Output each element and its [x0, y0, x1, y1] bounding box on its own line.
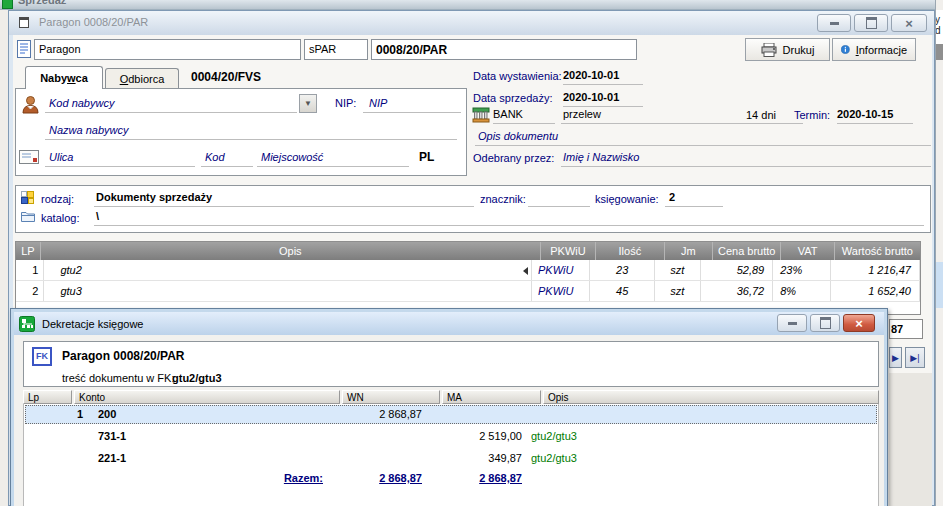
items-table: LP Opis PKWiU Ilość Jm Cena brutto VAT W…	[15, 241, 921, 315]
person-icon	[21, 95, 40, 114]
col-jm[interactable]: Jm	[664, 242, 713, 260]
col-ilosc[interactable]: Ilość	[595, 242, 663, 260]
dekretacje-icon	[19, 316, 35, 332]
folder-icon	[21, 210, 35, 222]
modal-table-header: Lp Konto WN MA Opis	[23, 390, 879, 404]
nav-next-button[interactable]: ▶	[889, 347, 902, 368]
fk-desc-value: gtu2/gtu3	[172, 372, 222, 384]
info-label: Informacje	[856, 44, 907, 56]
modal-table-body: 1 200 2 868,87 731-1 2 519,00 gtu2/gtu3 …	[23, 404, 879, 506]
col-vat[interactable]: VAT	[780, 242, 833, 260]
related-doc-number: 0004/20/FVS	[191, 70, 261, 84]
posting-row-3[interactable]: 221-1 349,87 gtu2/gtu3	[25, 449, 877, 468]
col-wartosc-brutto[interactable]: Wartość brutto	[834, 242, 920, 260]
buyer-name-field[interactable]: Nazwa nabywcy	[45, 121, 457, 140]
catalog-value[interactable]: \	[94, 208, 924, 226]
term-label: Termin:	[794, 109, 830, 121]
sale-date-label: Data sprzedaży:	[473, 92, 552, 104]
main-window-titlebar[interactable]: Paragon 0008/20/PAR ×	[9, 11, 934, 35]
main-window-lower-area	[889, 373, 932, 506]
posting-value[interactable]: 2	[665, 189, 723, 207]
tab-nabywca-label: Nabywca	[40, 72, 88, 84]
dekretacje-modal: Dekretacje księgowe × FK Paragon 0008/20…	[10, 308, 888, 506]
buyer-dropdown-button[interactable]: ▼	[299, 94, 317, 113]
kind-label: rodzaj:	[41, 193, 74, 205]
fk-badge-icon: FK	[32, 347, 52, 366]
nip-field[interactable]: NIP	[363, 94, 461, 113]
modal-header-box: FK Paragon 0008/20/PAR treść dokumentu w…	[23, 341, 879, 387]
tab-odbiorca[interactable]: Odbiorca	[105, 68, 179, 89]
posting-label: księgowanie:	[595, 193, 659, 205]
background-edge-text: y d	[935, 14, 943, 36]
info-icon	[841, 42, 850, 57]
minimize-icon	[830, 22, 839, 25]
modal-minimize-icon	[788, 322, 797, 325]
col-opis[interactable]: Opis	[40, 242, 540, 260]
received-by-field[interactable]: Imię i Nazwisko	[561, 148, 931, 167]
fk-desc-label: treść dokumentu w FK:	[62, 372, 175, 384]
item-row-1[interactable]: 1 gtu2 PKWiU 23 szt 52,89 23% 1 216,47	[16, 260, 920, 281]
mcol-lp[interactable]: Lp	[23, 390, 72, 404]
nav-last-button[interactable]: ▶|	[905, 347, 925, 368]
col-cena-brutto[interactable]: Cena brutto	[712, 242, 780, 260]
minimize-button[interactable]	[817, 14, 851, 32]
modal-minimize-button[interactable]	[777, 314, 807, 332]
total-wn: 2 868,87	[332, 472, 422, 484]
street-field[interactable]: Ulica	[45, 148, 195, 167]
buyer-code-field[interactable]: Kod nabywcy	[45, 94, 297, 113]
doc-kind-icon	[21, 191, 34, 204]
background-edge-highlight	[936, 262, 943, 308]
items-table-header: LP Opis PKWiU Ilość Jm Cena brutto VAT W…	[16, 242, 920, 260]
maximize-button[interactable]	[854, 14, 888, 32]
background-window-edge: y d	[935, 0, 943, 506]
doc-number-input[interactable]: 0008/20/PAR	[371, 39, 637, 60]
bank-icon	[472, 107, 490, 123]
printer-icon	[761, 43, 777, 57]
country-code: PL	[419, 150, 434, 164]
close-icon: ×	[905, 16, 913, 31]
payment-code-field[interactable]: BANK	[493, 105, 555, 124]
screen: Sprzedaż y d Paragon 0008/20/PAR × Parag…	[0, 0, 943, 506]
modal-title: Dekretacje księgowe	[42, 318, 144, 330]
opis-expand-arrow-icon[interactable]	[523, 267, 528, 275]
posting-row-2[interactable]: 731-1 2 519,00 gtu2/gtu3	[25, 427, 877, 446]
doc-series-input[interactable]: sPAR	[304, 39, 368, 60]
payment-days: 14 dni	[746, 109, 776, 121]
modal-close-icon: ×	[855, 316, 863, 331]
marker-value[interactable]	[528, 189, 590, 207]
modal-titlebar[interactable]: Dekretacje księgowe ×	[14, 312, 884, 335]
doc-type-input[interactable]: Paragon	[34, 39, 301, 60]
mcol-wn[interactable]: WN	[342, 390, 440, 404]
posting-row-1[interactable]: 1 200 2 868,87	[25, 405, 877, 424]
tab-nabywca[interactable]: Nabywca	[25, 66, 103, 89]
mcol-konto[interactable]: Konto	[74, 390, 340, 404]
doc-description-field[interactable]: Opis dokumentu	[475, 127, 931, 146]
info-button[interactable]: Informacje	[832, 38, 916, 61]
mcol-ma[interactable]: MA	[442, 390, 541, 404]
modal-close-button[interactable]: ×	[843, 314, 875, 332]
hidden-total-fragment: 87	[889, 319, 923, 339]
item-row-2[interactable]: 2 gtu3 PKWiU 45 szt 36,72 8% 1 652,40	[16, 281, 920, 302]
close-button[interactable]: ×	[891, 14, 927, 32]
col-lp[interactable]: LP	[16, 242, 40, 260]
background-app-title: Sprzedaż	[18, 0, 66, 6]
modal-client: FK Paragon 0008/20/PAR treść dokumentu w…	[14, 335, 884, 506]
issue-date-label: Data wystawienia:	[473, 70, 562, 82]
term-date-value[interactable]: 2020-10-15	[837, 105, 913, 124]
app-logo-icon	[2, 0, 13, 9]
issue-date-value[interactable]: 2020-10-01	[563, 66, 643, 85]
print-button[interactable]: Drukuj	[745, 38, 830, 61]
document-icon	[17, 40, 32, 58]
modal-maximize-button[interactable]	[810, 314, 840, 332]
kind-value[interactable]: Dokumenty sprzedaży	[94, 189, 474, 207]
city-field[interactable]: Miejscowość	[257, 148, 409, 167]
window-icon	[19, 17, 29, 28]
background-window-titlebar: Sprzedaż	[0, 0, 943, 10]
postal-field[interactable]: Kod	[201, 148, 253, 167]
col-pkwiu[interactable]: PKWiU	[540, 242, 595, 260]
address-icon	[19, 150, 39, 164]
print-label: Drukuj	[783, 44, 815, 56]
received-by-label: Odebrany przez:	[473, 152, 554, 164]
modal-maximize-icon	[820, 317, 831, 329]
mcol-opis[interactable]: Opis	[543, 390, 879, 404]
